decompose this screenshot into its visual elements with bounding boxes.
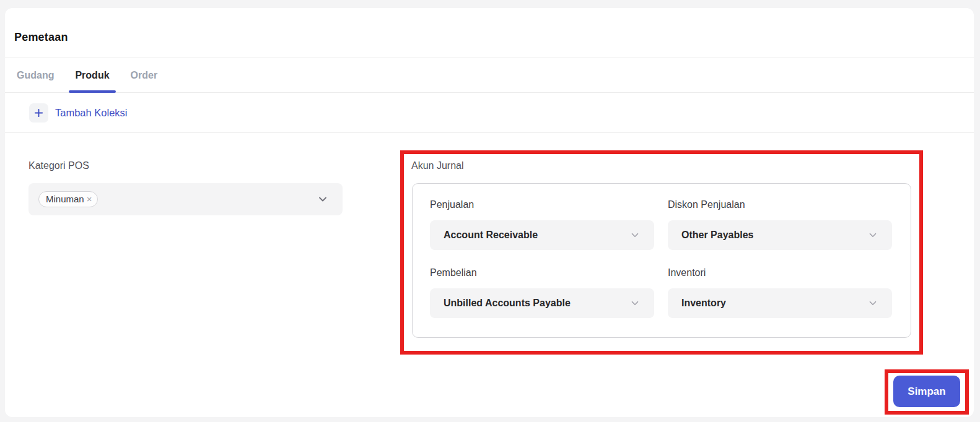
toolbar: Tambah Koleksi [5, 93, 974, 133]
field-label: Penjualan [430, 199, 654, 210]
field-inventori: Inventori Inventory [668, 267, 892, 318]
akun-jurnal-panel: Penjualan Account Receivable Diskon Penj… [412, 183, 911, 338]
chevron-down-icon [629, 230, 641, 241]
tab-produk[interactable]: Produk [69, 58, 115, 92]
tab-bar: Gudang Produk Order [5, 58, 974, 93]
penjualan-select[interactable]: Account Receivable [430, 220, 654, 250]
tab-gudang-label: Gudang [17, 70, 54, 81]
penjualan-value: Account Receivable [444, 230, 538, 241]
content-area: Kategori POS Minuman × Akun Jurnal Penju… [5, 132, 974, 417]
chevron-down-icon [867, 230, 878, 241]
pembelian-select[interactable]: Unbilled Accounts Payable [430, 288, 654, 318]
chevron-down-icon [867, 298, 878, 309]
save-button[interactable]: Simpan [893, 376, 960, 407]
inventori-select[interactable]: Inventory [668, 288, 892, 318]
tab-gudang[interactable]: Gudang [11, 58, 60, 92]
field-diskon-penjualan: Diskon Penjualan Other Payables [668, 199, 892, 250]
field-label: Inventori [668, 267, 892, 278]
tab-order[interactable]: Order [125, 58, 164, 92]
diskon-penjualan-select[interactable]: Other Payables [668, 220, 892, 250]
chevron-down-icon [317, 193, 329, 205]
kategori-pos-select[interactable]: Minuman × [28, 183, 343, 215]
tab-order-label: Order [131, 70, 158, 81]
kategori-pos-label: Kategori POS [28, 160, 89, 171]
add-collection-button[interactable]: Tambah Koleksi [29, 103, 127, 123]
chevron-down-icon [629, 298, 641, 309]
add-collection-label: Tambah Koleksi [55, 107, 127, 119]
inventori-value: Inventory [681, 298, 726, 309]
field-label: Diskon Penjualan [668, 199, 892, 210]
main-card: Pemetaan Gudang Produk Order Tambah Kole… [5, 8, 974, 417]
field-penjualan: Penjualan Account Receivable [430, 199, 654, 250]
plus-icon [29, 103, 48, 123]
field-pembelian: Pembelian Unbilled Accounts Payable [430, 267, 654, 318]
card-header: Pemetaan [5, 8, 974, 58]
pembelian-value: Unbilled Accounts Payable [444, 298, 571, 309]
diskon-penjualan-value: Other Payables [681, 230, 754, 241]
page-title: Pemetaan [14, 31, 68, 44]
tag-label: Minuman [46, 194, 84, 204]
field-label: Pembelian [430, 267, 654, 278]
selected-tag-minuman: Minuman × [38, 191, 98, 207]
tab-produk-label: Produk [75, 70, 109, 81]
remove-tag-icon[interactable]: × [87, 194, 92, 204]
akun-jurnal-title: Akun Jurnal [411, 160, 464, 171]
